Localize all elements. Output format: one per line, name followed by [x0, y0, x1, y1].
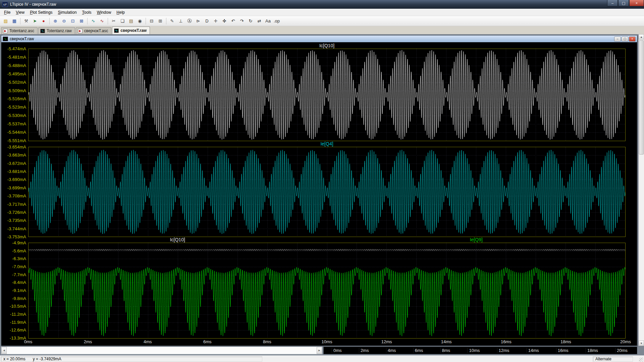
mini-time-label: 20ms: [615, 348, 629, 353]
cursor-readout: x = 20.00ms y = -3.74929mA: [1, 356, 262, 362]
redo-icon[interactable]: ↷: [238, 17, 246, 25]
tab-сверчокT.asc[interactable]: ▶сверчокT.asc: [76, 27, 112, 34]
y-tick-label: -13.3mA: [10, 336, 26, 341]
trace-label[interactable]: Ie[Q4]: [320, 141, 333, 146]
time-axis: 0ms2ms4ms6ms8ms10ms12ms14ms16ms18ms20ms: [28, 339, 626, 346]
save-icon[interactable]: ▦: [10, 17, 18, 25]
label-net-icon[interactable]: Ⓐ: [185, 17, 194, 25]
close-button[interactable]: ×: [629, 0, 644, 6]
y-tick-label: -5.474mA: [7, 46, 26, 51]
minimize-button[interactable]: –: [607, 0, 618, 6]
y-tick-label: -5.523mA: [7, 105, 26, 110]
scroll-right-icon[interactable]: ►: [317, 347, 322, 354]
scroll-down-icon[interactable]: ▼: [639, 341, 644, 346]
open-icon[interactable]: ▨: [2, 17, 10, 25]
zoom-full-icon[interactable]: ⊡: [69, 17, 77, 25]
undo-icon[interactable]: ↶: [229, 17, 237, 25]
control-panel-icon[interactable]: ⚒: [22, 17, 30, 25]
add-plot-pane-icon[interactable]: ∿: [98, 17, 106, 25]
pane-1-titles: Ic[Q10]: [28, 43, 626, 49]
pane-3-canvas[interactable]: [29, 243, 625, 338]
status-mode: Alternate: [593, 356, 633, 362]
trace-label[interactable]: Ie[Q9]: [470, 237, 483, 242]
scroll-up-icon[interactable]: ▲: [639, 34, 644, 40]
print-icon[interactable]: ⊟: [148, 17, 156, 25]
child-title-bar[interactable]: ∿ сверчокT.raw – ▢ ×: [1, 36, 637, 42]
tab-сверчокT.raw[interactable]: ∿сверчокT.raw: [112, 26, 150, 34]
vertical-scroll-thumb[interactable]: [639, 40, 644, 155]
copy-icon[interactable]: ❏: [118, 17, 126, 25]
scroll-left-icon[interactable]: ◄: [1, 347, 7, 354]
y-tick-label: -7.0mA: [12, 264, 26, 269]
y-tick-label: -5.509mA: [7, 88, 26, 93]
trace-label[interactable]: Ic[Q10]: [170, 237, 185, 242]
maximize-button[interactable]: ▢: [618, 0, 629, 6]
cursor-x-readout: x = 20.00ms: [3, 357, 25, 361]
halt-icon[interactable]: ●: [40, 17, 48, 25]
plot-settings-icon[interactable]: ∿: [89, 17, 97, 25]
rotate-icon[interactable]: ↻: [247, 17, 255, 25]
y-tick-label: -12.6mA: [10, 327, 26, 333]
menu-view[interactable]: View: [13, 9, 27, 16]
y-tick-label: -5.488mA: [7, 63, 26, 68]
resize-grip[interactable]: [639, 358, 643, 362]
trace-label[interactable]: Ic[Q10]: [319, 43, 334, 48]
vertical-scrollbar[interactable]: ▲ ▼: [638, 34, 644, 346]
vertical-scroll-track[interactable]: [639, 40, 644, 341]
horizontal-scroll-track[interactable]: [7, 347, 317, 354]
waveform-window: ∿ сверчокT.raw – ▢ × Ic[Q10]-5.474mA-5.4…: [1, 35, 637, 346]
horizontal-scrollbar[interactable]: ◄ ►: [1, 347, 322, 354]
drag-icon[interactable]: ✜: [220, 17, 228, 25]
run-icon[interactable]: ➤: [31, 17, 39, 25]
tab-label: сверчокT.asc: [84, 28, 108, 33]
mini-time-label: 16ms: [556, 348, 570, 353]
y-tick-label: -11.9mA: [10, 320, 26, 325]
spice-directive-icon[interactable]: .op: [273, 17, 281, 25]
ground-icon[interactable]: ⊥: [177, 17, 185, 25]
pane-2-titles: Ie[Q4]: [28, 141, 626, 147]
child-minimize-button[interactable]: –: [614, 37, 621, 42]
mini-time-label: 2ms: [359, 348, 370, 353]
menu-tools[interactable]: Tools: [79, 9, 94, 16]
child-window-title: сверчокT.raw: [10, 37, 34, 41]
print-preview-icon[interactable]: ⊞: [156, 17, 164, 25]
find-icon[interactable]: ◉: [136, 17, 144, 25]
y-tick-label: -5.516mA: [7, 96, 26, 101]
wire-icon[interactable]: ✎: [168, 17, 176, 25]
menu-window[interactable]: Window: [94, 9, 114, 16]
zoom-in-icon[interactable]: ⊕: [51, 17, 59, 25]
component-icon[interactable]: D: [203, 17, 211, 25]
autorange-icon[interactable]: ⊠: [77, 17, 86, 25]
menu-simulation[interactable]: Simulation: [55, 9, 79, 16]
pane-2-plot[interactable]: [28, 147, 626, 237]
pane-1-canvas[interactable]: [29, 49, 625, 141]
pane-3-plot[interactable]: [28, 243, 626, 339]
diode-icon[interactable]: ⊳: [194, 17, 202, 25]
y-tick-label: -5.530mA: [7, 113, 26, 118]
paste-icon[interactable]: ▤: [127, 17, 135, 25]
menu-bar: FileViewPlot SettingsSimulationToolsWind…: [0, 9, 644, 16]
pane-1-plot[interactable]: [28, 49, 626, 141]
tab-Totentanz.asc[interactable]: ▶Totentanz.asc: [1, 27, 38, 34]
bottom-row: ◄ ► 0ms2ms4ms6ms8ms10ms12ms14ms16ms18ms2…: [1, 347, 637, 354]
child-close-button[interactable]: ×: [629, 37, 636, 42]
child-restore-button[interactable]: ▢: [622, 37, 628, 42]
mirror-icon[interactable]: ⇄: [255, 17, 263, 25]
time-tick-label: 6ms: [203, 339, 212, 344]
mini-time-label: 0ms: [332, 348, 343, 353]
zoom-out-icon[interactable]: ⊖: [60, 17, 68, 25]
tab-Totentanz.raw[interactable]: ∿Totentanz.raw: [38, 27, 75, 34]
toolbar-separator: [146, 18, 146, 24]
y-tick-label: -5.495mA: [7, 71, 26, 76]
menu-plot-settings[interactable]: Plot Settings: [27, 9, 55, 16]
menu-help[interactable]: Help: [114, 9, 127, 16]
cut-icon[interactable]: ✂: [110, 17, 118, 25]
pane-2-canvas[interactable]: [29, 147, 625, 237]
text-icon[interactable]: Aa: [264, 17, 272, 25]
y-tick-label: -7.7mA: [12, 272, 26, 277]
y-tick-label: -10.5mA: [10, 304, 26, 309]
waveform-icon: ∿: [3, 37, 8, 41]
minimized-time-axis[interactable]: 0ms2ms4ms6ms8ms10ms12ms14ms16ms18ms20ms: [323, 347, 637, 354]
menu-file[interactable]: File: [1, 9, 13, 16]
move-icon[interactable]: ✛: [212, 17, 220, 25]
